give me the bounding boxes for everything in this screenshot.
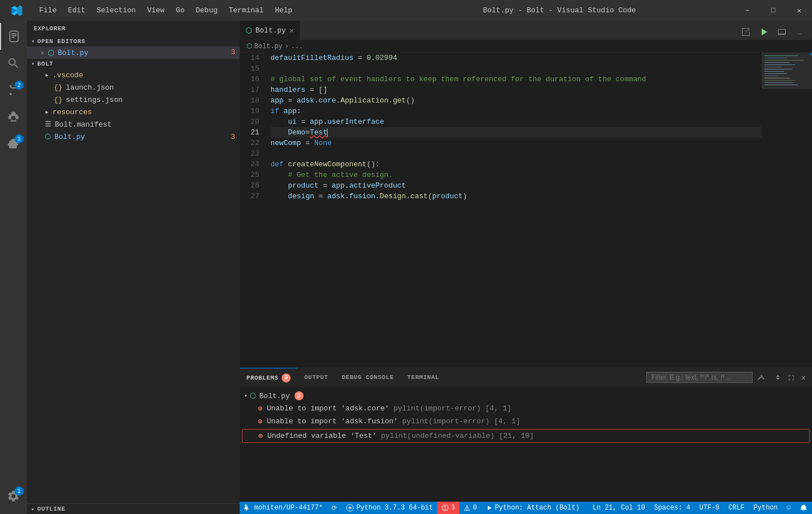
folder-resources[interactable]: ▸ resources [27, 106, 240, 118]
breadcrumb-rest[interactable]: ... [291, 43, 304, 50]
status-branch[interactable]: mohiten/UP-44177* [240, 502, 327, 514]
file-bolt-py[interactable]: ⬡ Bolt.py 3 [27, 130, 240, 143]
code-content[interactable]: defaultFilletRadius = 0.02994 # global s… [265, 53, 762, 367]
open-editors-label: OPEN EDITORS [38, 38, 86, 45]
problem-file-icon: ⬡ [250, 391, 256, 400]
status-line-ending[interactable]: CRLF [724, 502, 749, 514]
file-bolt-manifest[interactable]: ☰ Bolt.manifest [27, 118, 240, 130]
maximize-panel-icon[interactable] [785, 371, 797, 384]
settings-json-icon: {} [54, 96, 63, 104]
activity-extensions[interactable]: 1 [0, 130, 27, 157]
status-language[interactable]: Python [749, 502, 782, 514]
status-face[interactable]: ☺ [782, 502, 795, 514]
more-actions-button[interactable]: … [792, 24, 808, 40]
collapse-panel-icon[interactable] [772, 371, 784, 384]
breadcrumb-filename[interactable]: Bolt.py [254, 43, 282, 50]
toggle-panel-button[interactable] [774, 24, 790, 40]
section-bolt[interactable]: ▾ BOLT [27, 59, 240, 69]
status-spaces[interactable]: Spaces: 4 [650, 502, 695, 514]
menu-help[interactable]: Help [269, 0, 298, 21]
menu-terminal[interactable]: Terminal [223, 0, 269, 21]
activity-debug[interactable] [0, 104, 27, 130]
minimap[interactable] [762, 53, 812, 367]
breadcrumb-file-icon: ⬡ [246, 42, 252, 50]
close-button[interactable]: ✕ [786, 0, 812, 21]
window-controls: – □ ✕ [735, 0, 812, 21]
cursor-position: Ln 21, Col 10 [592, 504, 645, 512]
status-cursor[interactable]: Ln 21, Col 10 [588, 502, 650, 514]
status-sync[interactable]: ⟳ [327, 502, 342, 514]
activity-settings[interactable]: 1 [0, 483, 27, 510]
filter-settings-icon[interactable] [755, 371, 767, 384]
menu-go[interactable]: Go [170, 0, 190, 21]
window-title: Bolt.py - Bolt - Visual Studio Code [384, 6, 735, 15]
menu-file[interactable]: File [34, 0, 62, 21]
section-outline[interactable]: ▸ OUTLINE [27, 503, 240, 514]
close-file-icon[interactable]: ✕ [40, 49, 44, 57]
status-bar: mohiten/UP-44177* ⟳ Python 3.7.3 64-bit … [240, 502, 812, 514]
activity-search[interactable] [0, 50, 27, 77]
activity-explorer[interactable] [0, 23, 27, 50]
problem-item-3-wrapper: ⊗ Undefined variable 'Test' pylint(undef… [242, 429, 810, 443]
tab-debug-console[interactable]: DEBUG CONSOLE [335, 368, 400, 387]
code-line-26: product = app.activeProduct [270, 180, 762, 191]
menu-view[interactable]: View [142, 0, 170, 21]
panel: PROBLEMS 3 OUTPUT DEBUG CONSOLE TERMINAL [240, 367, 812, 502]
tab-problems[interactable]: PROBLEMS 3 [240, 368, 297, 387]
svg-point-26 [467, 510, 468, 511]
file-launch-json[interactable]: {} launch.json [27, 81, 240, 94]
code-line-19: if app: [270, 106, 762, 116]
section-open-editors[interactable]: ▾ OPEN EDITORS [27, 36, 240, 46]
status-encoding[interactable]: UTF-8 [695, 502, 724, 514]
problem-loc-2: [4, 1] [489, 417, 520, 426]
sync-icon: ⟳ [332, 504, 337, 512]
titlebar: File Edit Selection View Go Debug Termin… [0, 0, 812, 21]
svg-point-0 [10, 85, 12, 87]
menu-selection[interactable]: Selection [91, 0, 141, 21]
activity-source-control[interactable]: 2 [0, 77, 27, 104]
problem-file-group[interactable]: ▾ ⬡ Bolt.py 3 [240, 390, 812, 402]
launch-json-name: launch.json [66, 83, 114, 92]
menu-edit[interactable]: Edit [62, 0, 91, 21]
problems-list: ▾ ⬡ Bolt.py 3 ⊗ Unable to import 'adsk.c… [240, 387, 812, 502]
status-bell[interactable] [795, 502, 812, 514]
close-panel-icon[interactable]: ✕ [797, 371, 810, 384]
code-line-23 [270, 148, 762, 159]
editor-container: 14 15 16 17 18 19 20 21 22 23 24 25 26 2… [240, 53, 812, 502]
maximize-button[interactable]: □ [760, 0, 786, 21]
bolt-label: BOLT [38, 60, 54, 67]
status-run-debug[interactable]: Python: Attach (Bolt) [482, 502, 584, 514]
filter-input[interactable] [646, 372, 753, 383]
activity-bar: 2 1 1 [0, 21, 27, 514]
problem-item-1[interactable]: ⊗ Unable to import 'adsk.core' pylint(im… [240, 402, 812, 415]
resources-folder-name: resources [53, 108, 92, 116]
output-label: OUTPUT [304, 374, 328, 381]
line-numbers: 14 15 16 17 18 19 20 21 22 23 24 25 26 2… [240, 53, 265, 367]
spaces-text: Spaces: 4 [654, 504, 690, 512]
tab-terminal[interactable]: TERMINAL [400, 368, 446, 387]
code-editor[interactable]: 14 15 16 17 18 19 20 21 22 23 24 25 26 2… [240, 53, 812, 367]
source-control-badge: 2 [15, 81, 24, 90]
code-line-14: defaultFilletRadius = 0.02994 [270, 53, 762, 63]
tab-boltpy[interactable]: ⬡ Bolt.py ✕ [240, 21, 300, 40]
menu-bar: File Edit Selection View Go Debug Termin… [34, 0, 384, 21]
open-editor-boltpy[interactable]: ✕ ⬡ Bolt.py 3 [27, 46, 240, 59]
status-warnings[interactable]: 0 [459, 502, 481, 514]
tab-close-button[interactable]: ✕ [290, 26, 294, 35]
vscode-logo [0, 4, 34, 17]
folder-vscode[interactable]: ▸ .vscode [27, 69, 240, 81]
problem-text-3: Undefined variable 'Test' [267, 432, 376, 440]
split-editor-button[interactable] [738, 24, 754, 40]
status-errors[interactable]: 3 [437, 502, 459, 514]
line-ending-text: CRLF [729, 504, 745, 512]
file-settings-json[interactable]: {} settings.json [27, 94, 240, 106]
run-debug-text: Python: Attach (Bolt) [495, 504, 580, 512]
code-line-18: app = adsk.core.Application.get() [270, 95, 762, 106]
menu-debug[interactable]: Debug [190, 0, 223, 21]
problem-item-2[interactable]: ⊗ Unable to import 'adsk.fusion' pylint(… [240, 415, 812, 428]
problem-item-3[interactable]: ⊗ Undefined variable 'Test' pylint(undef… [242, 429, 810, 443]
run-button[interactable] [756, 24, 772, 40]
status-python-version[interactable]: Python 3.7.3 64-bit [342, 502, 437, 514]
minimize-button[interactable]: – [735, 0, 760, 21]
tab-output[interactable]: OUTPUT [297, 368, 335, 387]
